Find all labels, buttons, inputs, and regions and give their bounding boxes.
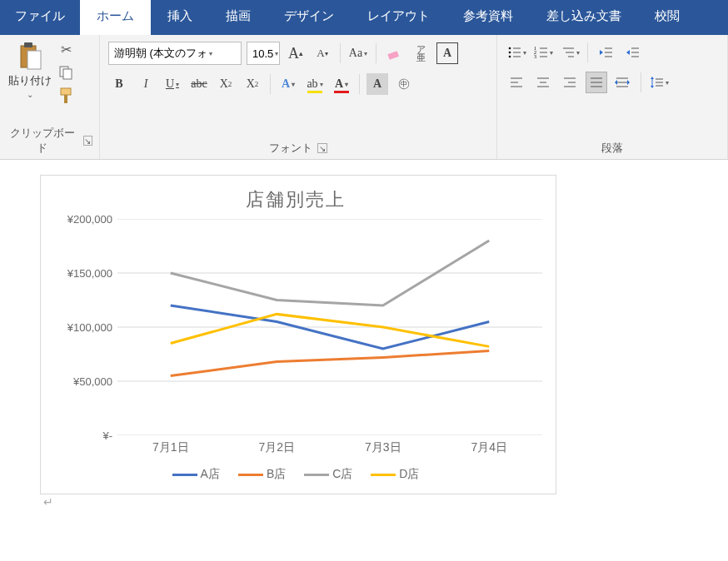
clear-format-icon[interactable]: [383, 42, 405, 64]
paste-label[interactable]: 貼り付け: [8, 73, 52, 88]
clipboard-group-label: クリップボード: [7, 126, 78, 156]
y-tick-label: ¥50,000: [73, 375, 112, 388]
svg-rect-2: [27, 51, 41, 69]
series-B店: [171, 351, 490, 376]
change-case-icon[interactable]: Aa▾: [347, 42, 369, 64]
document-area: 店舗別売上 ¥-¥50,000¥100,000¥150,000¥200,000 …: [0, 160, 728, 509]
legend-swatch: [172, 474, 197, 476]
svg-rect-5: [61, 88, 71, 95]
paste-icon[interactable]: [16, 42, 44, 72]
tab-layout[interactable]: レイアウト: [351, 0, 446, 35]
svg-point-9: [509, 52, 511, 54]
chart-x-axis: 7月1日7月2日7月3日7月4日: [49, 435, 542, 455]
x-tick-label: 7月4日: [436, 435, 543, 455]
y-tick-label: ¥150,000: [67, 267, 112, 280]
font-dialog-launcher-icon[interactable]: ↘: [317, 143, 327, 153]
svg-point-10: [509, 56, 511, 58]
font-size-input[interactable]: 10.5▾: [247, 42, 280, 65]
legend-item: B店: [238, 467, 286, 482]
enclose-char-icon[interactable]: ㊥: [393, 73, 415, 95]
font-color-icon[interactable]: A▾: [331, 73, 352, 95]
svg-marker-46: [615, 80, 617, 85]
tab-home[interactable]: ホーム: [80, 0, 151, 35]
x-tick-label: 7月1日: [117, 435, 224, 455]
paragraph-group-label: 段落: [601, 141, 623, 156]
paste-dropdown-icon[interactable]: ⌄: [27, 90, 33, 99]
svg-rect-1: [24, 42, 32, 47]
superscript-button[interactable]: X2: [242, 73, 263, 95]
legend-swatch: [238, 474, 263, 476]
svg-marker-27: [626, 50, 630, 55]
text-effects-icon[interactable]: A▾: [277, 73, 299, 95]
svg-rect-4: [63, 69, 72, 79]
legend-label: B店: [267, 467, 286, 482]
highlight-icon[interactable]: ab▾: [304, 73, 326, 95]
y-tick-label: ¥200,000: [67, 213, 112, 226]
increase-indent-icon[interactable]: [621, 42, 643, 63]
y-tick-label: ¥-: [102, 429, 112, 442]
underline-button[interactable]: U▾: [162, 73, 183, 95]
tab-mailmerge[interactable]: 差し込み文書: [530, 0, 638, 35]
legend-label: D店: [399, 467, 419, 482]
chart-object[interactable]: 店舗別売上 ¥-¥50,000¥100,000¥150,000¥200,000 …: [40, 175, 556, 494]
font-name-input[interactable]: 游明朝 (本文のフォ▾: [108, 42, 242, 65]
legend-swatch: [371, 474, 396, 476]
legend-item: C店: [304, 467, 352, 482]
svg-rect-6: [64, 95, 67, 103]
tab-draw[interactable]: 描画: [209, 0, 267, 35]
x-tick-label: 7月2日: [224, 435, 331, 455]
svg-text:3: 3: [534, 54, 536, 59]
group-paragraph: ▾ 123▾ ▾ ▾ 段落: [497, 35, 728, 159]
subscript-button[interactable]: X2: [215, 73, 237, 95]
char-border-icon[interactable]: A: [436, 42, 458, 64]
align-left-icon[interactable]: [506, 72, 527, 93]
legend-label: A店: [201, 467, 220, 482]
group-clipboard: 貼り付け ⌄ ✂ クリップボード ↘: [0, 35, 100, 159]
format-painter-icon[interactable]: [57, 87, 75, 105]
clipboard-dialog-launcher-icon[interactable]: ↘: [83, 136, 92, 146]
tab-insert[interactable]: 挿入: [151, 0, 209, 35]
line-spacing-icon[interactable]: ▾: [648, 72, 670, 93]
grow-font-icon[interactable]: A▴: [285, 42, 307, 64]
svg-point-8: [509, 47, 511, 50]
copy-icon[interactable]: [57, 63, 75, 82]
align-distribute-icon[interactable]: [612, 72, 634, 93]
svg-rect-7: [387, 51, 399, 60]
svg-marker-47: [627, 80, 630, 85]
paragraph-mark-icon: ↵: [40, 495, 53, 509]
italic-button[interactable]: I: [135, 73, 157, 95]
align-right-icon[interactable]: [559, 72, 581, 93]
legend-item: D店: [371, 467, 419, 482]
shrink-font-icon[interactable]: A▾: [312, 42, 333, 64]
chart-plot-area: [117, 219, 542, 435]
legend-swatch: [304, 474, 329, 476]
chart-y-axis: ¥-¥50,000¥100,000¥150,000¥200,000: [49, 219, 117, 435]
font-group-label: フォント: [269, 141, 312, 156]
align-center-icon[interactable]: [532, 72, 554, 93]
strike-button[interactable]: abc: [188, 73, 210, 95]
numbering-icon[interactable]: 123▾: [532, 42, 554, 63]
phonetic-guide-icon[interactable]: ア亜: [410, 42, 431, 64]
x-tick-label: 7月3日: [330, 435, 436, 455]
svg-marker-23: [600, 50, 603, 55]
tab-file[interactable]: ファイル: [0, 0, 80, 35]
multilevel-icon[interactable]: ▾: [559, 42, 581, 63]
group-font: 游明朝 (本文のフォ▾ 10.5▾ A▴ A▾ Aa▾ ア亜 A B I U▾ …: [100, 35, 497, 159]
bold-button[interactable]: B: [108, 73, 130, 95]
char-shading-icon[interactable]: A: [366, 73, 388, 95]
chart-title: 店舗別売上: [49, 182, 542, 219]
align-justify-icon[interactable]: [586, 72, 607, 93]
ribbon-tabs: ファイル ホーム 挿入 描画 デザイン レイアウト 参考資料 差し込み文書 校閲: [0, 0, 728, 35]
decrease-indent-icon[interactable]: [595, 42, 616, 63]
series-D店: [171, 314, 490, 346]
bullets-icon[interactable]: ▾: [506, 42, 527, 63]
cut-icon[interactable]: ✂: [57, 40, 75, 58]
tab-design[interactable]: デザイン: [267, 0, 351, 35]
legend-item: A店: [172, 467, 220, 482]
tab-review[interactable]: 校閲: [638, 0, 696, 35]
y-tick-label: ¥100,000: [67, 321, 112, 334]
legend-label: C店: [332, 467, 352, 482]
tab-references[interactable]: 参考資料: [446, 0, 530, 35]
ribbon: 貼り付け ⌄ ✂ クリップボード ↘ 游明朝 (本文のフォ▾ 10.5▾ A▴ …: [0, 35, 728, 160]
chart-legend: A店B店C店D店: [49, 455, 542, 482]
